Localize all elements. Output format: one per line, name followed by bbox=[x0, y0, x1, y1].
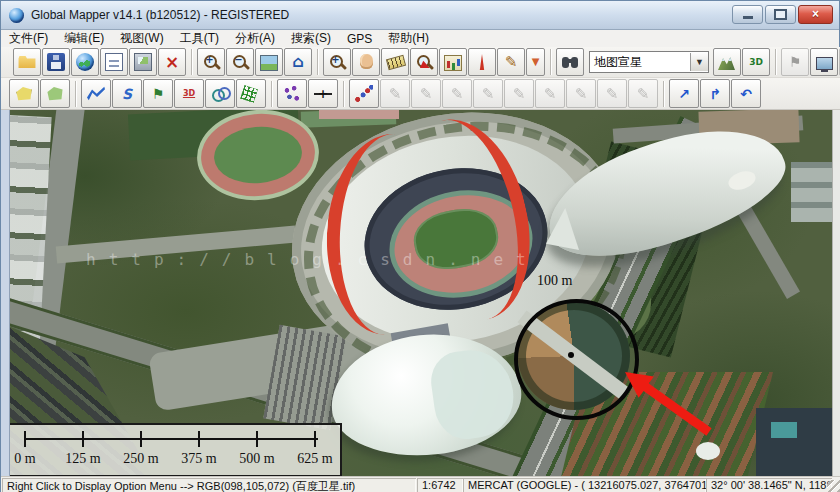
menu-view[interactable]: 视图(W) bbox=[112, 30, 171, 47]
antenna-tower-icon bbox=[473, 53, 491, 71]
chevron-down-icon: ▼ bbox=[530, 53, 542, 71]
map-layout-icon bbox=[134, 53, 152, 71]
floppy-icon bbox=[47, 53, 65, 71]
resize-grip[interactable] bbox=[827, 480, 840, 492]
annotation-label: 100 m bbox=[537, 273, 627, 289]
3d-walk-icon: 3D bbox=[747, 53, 765, 71]
pencil-icon: ✎ bbox=[417, 85, 435, 103]
path-profile-button[interactable]: ⚑ bbox=[781, 48, 809, 76]
menu-file[interactable]: 文件(F) bbox=[1, 30, 56, 47]
maximize-button[interactable] bbox=[765, 5, 796, 24]
red-arrow-annotation bbox=[611, 360, 721, 440]
digitizer-disabled-button-7[interactable]: ✎ bbox=[566, 79, 596, 108]
create-grid-button[interactable] bbox=[236, 79, 266, 108]
menu-search[interactable]: 搜索(S) bbox=[283, 30, 339, 47]
control-center-button[interactable] bbox=[100, 48, 128, 76]
walk-3d-button[interactable]: 3D bbox=[742, 48, 770, 76]
create-circle-button[interactable] bbox=[205, 79, 235, 108]
toolbar-separator bbox=[550, 49, 552, 75]
3d-code-icon: 3D bbox=[180, 85, 198, 103]
digitizer-disabled-button-9[interactable]: ✎ bbox=[628, 79, 658, 108]
digitizer-disabled-button-2[interactable]: ✎ bbox=[411, 79, 441, 108]
map-frame-left bbox=[1, 110, 10, 476]
menu-help[interactable]: 帮助(H) bbox=[380, 30, 437, 47]
create-points-button[interactable] bbox=[277, 79, 307, 108]
clear-tool-button[interactable]: × bbox=[158, 48, 186, 76]
digitizer-disabled-button-8[interactable]: ✎ bbox=[597, 79, 627, 108]
scale-label: 375 m bbox=[171, 451, 227, 467]
create-colored-path-button[interactable] bbox=[349, 79, 379, 108]
green-flag-icon: ⚑ bbox=[149, 85, 167, 103]
digitizer-disabled-button-4[interactable]: ✎ bbox=[473, 79, 503, 108]
pan-tool-button[interactable] bbox=[352, 48, 380, 76]
pencil-icon: ✎ bbox=[386, 85, 404, 103]
save-button[interactable] bbox=[42, 48, 70, 76]
full-extent-button[interactable] bbox=[255, 48, 283, 76]
tools-dropdown-button[interactable]: ▼ bbox=[526, 48, 545, 76]
snap-direction-button[interactable]: ↗ bbox=[669, 79, 699, 108]
ruler-icon bbox=[386, 53, 404, 71]
open-file-button[interactable] bbox=[13, 48, 41, 76]
spline-icon: S bbox=[118, 85, 136, 103]
map-layout-button[interactable] bbox=[129, 48, 157, 76]
scale-tick bbox=[24, 431, 26, 447]
menu-edit[interactable]: 编辑(E) bbox=[56, 30, 112, 47]
menu-bar: 文件(F) 编辑(E) 视图(W) 工具(T) 分析(A) 搜索(S) GPS … bbox=[1, 30, 839, 47]
digitizer-disabled-button-1[interactable]: ✎ bbox=[380, 79, 410, 108]
edit-vertices-button[interactable]: + bbox=[308, 79, 338, 108]
window-title: Global Mapper v14.1 (b120512) - REGISTER… bbox=[31, 8, 289, 22]
zoom-tool-button[interactable]: + bbox=[323, 48, 351, 76]
watermark: http://blog.csdn.net bbox=[86, 250, 539, 269]
close-button[interactable]: × bbox=[798, 5, 833, 24]
map-viewport[interactable]: 100 m http://blog.csdn.net 0 m 125 m 250… bbox=[1, 110, 840, 476]
vertex-icon: + bbox=[314, 85, 332, 103]
digitizer-disabled-button-5[interactable]: ✎ bbox=[504, 79, 534, 108]
create-3d-code-line-button[interactable]: 3D bbox=[174, 79, 204, 108]
pencil-icon: ✎ bbox=[510, 85, 528, 103]
create-line-flag-button[interactable]: ⚑ bbox=[143, 79, 173, 108]
create-line-button[interactable] bbox=[81, 79, 111, 108]
digitizer-disabled-button-3[interactable]: ✎ bbox=[442, 79, 472, 108]
annotation-center-dot bbox=[568, 352, 574, 358]
menu-tools[interactable]: 工具(T) bbox=[172, 30, 227, 47]
binoculars-icon bbox=[561, 53, 579, 71]
view-shed-button[interactable] bbox=[468, 48, 496, 76]
home-view-button[interactable]: ⌂ bbox=[284, 48, 312, 76]
status-hint: Right Click to Display Option Menu --> R… bbox=[2, 478, 416, 492]
create-spline-button[interactable]: S bbox=[112, 79, 142, 108]
circles-icon bbox=[211, 85, 229, 103]
view-3d-button[interactable] bbox=[810, 48, 838, 76]
home-icon: ⌂ bbox=[289, 53, 307, 71]
view-properties-button[interactable] bbox=[439, 48, 467, 76]
measure-tool-button[interactable] bbox=[381, 48, 409, 76]
digitizer-tool-button[interactable]: ✎ bbox=[497, 48, 525, 76]
feature-info-button[interactable] bbox=[410, 48, 438, 76]
pencil-icon: ✎ bbox=[634, 85, 652, 103]
status-bar: Right Click to Display Option Menu --> R… bbox=[1, 476, 840, 492]
minimize-button[interactable] bbox=[732, 5, 763, 24]
layer-combo[interactable]: 地图宣星 ▼ bbox=[589, 51, 709, 73]
hand-icon bbox=[357, 53, 375, 71]
undo-edit-button[interactable]: ↶ bbox=[731, 79, 761, 108]
create-area-from-lines-button[interactable] bbox=[40, 79, 70, 108]
scatter-points-icon bbox=[283, 85, 301, 103]
title-bar: Global Mapper v14.1 (b120512) - REGISTER… bbox=[1, 1, 839, 30]
globe-icon bbox=[76, 53, 94, 71]
toolbar-separator bbox=[343, 81, 345, 107]
move-feature-button[interactable]: ↱ bbox=[700, 79, 730, 108]
scale-bar-line bbox=[24, 438, 318, 440]
toolbar-separator bbox=[271, 81, 273, 107]
terrain-3d-button[interactable] bbox=[713, 48, 741, 76]
menu-gps[interactable]: GPS bbox=[339, 32, 380, 46]
status-lat-lon: 32° 00' 38.1465" N, 118° bbox=[706, 478, 832, 492]
online-data-button[interactable] bbox=[71, 48, 99, 76]
digitizer-disabled-button-6[interactable]: ✎ bbox=[535, 79, 565, 108]
zoom-out-button[interactable]: − bbox=[226, 48, 254, 76]
zoom-in-button[interactable]: + bbox=[197, 48, 225, 76]
combo-dropdown-button[interactable]: ▼ bbox=[690, 53, 708, 71]
app-globe-icon bbox=[9, 8, 24, 23]
search-button[interactable] bbox=[556, 48, 584, 76]
menu-analysis[interactable]: 分析(A) bbox=[227, 30, 283, 47]
create-area-button[interactable] bbox=[9, 79, 39, 108]
buildings-dark bbox=[756, 408, 833, 476]
